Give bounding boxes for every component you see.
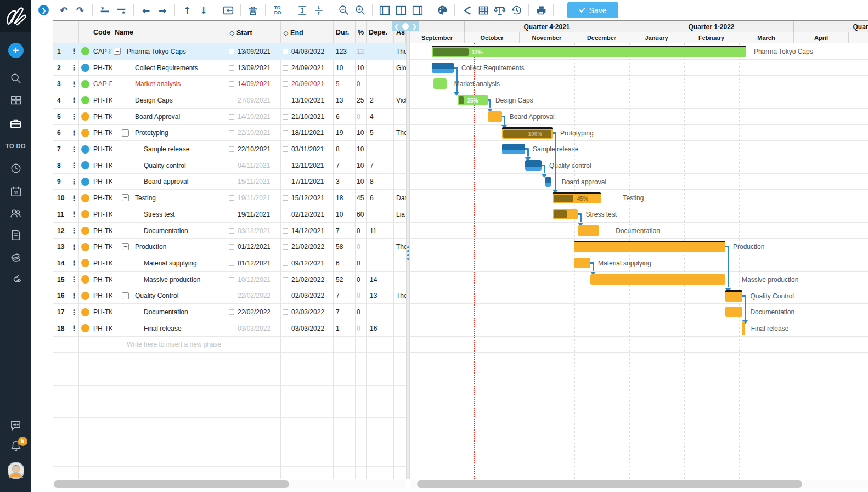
task-name[interactable]: Documentation [112, 304, 227, 320]
task-dependency[interactable] [367, 141, 394, 157]
collapse-toggle-icon[interactable]: − [122, 194, 129, 201]
tools-icon[interactable] [0, 270, 31, 290]
status-dot[interactable] [81, 145, 89, 154]
status-dot[interactable] [81, 129, 89, 137]
start-milestone-checkbox[interactable] [229, 293, 234, 298]
start-milestone-checkbox[interactable] [229, 326, 234, 331]
task-end-date[interactable]: 03/03/2022 [281, 320, 334, 337]
row-menu-icon[interactable]: ⋮ [69, 174, 79, 190]
timescale-widget[interactable]: ❮ ❯ [392, 21, 419, 31]
task-duration[interactable]: 10 [334, 206, 356, 223]
end-milestone-checkbox[interactable] [283, 244, 288, 250]
task-code[interactable]: PH-TK- [91, 125, 112, 142]
task-dependency[interactable]: 14 [367, 272, 394, 288]
status-indicator[interactable] [79, 239, 91, 255]
insert-task-icon[interactable] [221, 2, 235, 19]
row-menu-icon[interactable]: ⋮ [69, 76, 79, 92]
task-progress[interactable]: 10 [356, 60, 367, 76]
task-dependency[interactable]: 13 [367, 288, 394, 304]
task-code[interactable]: PH-TK- [91, 174, 112, 190]
task-end-date[interactable]: 15/12/2021 [281, 190, 334, 206]
scroll-left-icon[interactable]: ❮ [394, 22, 399, 30]
task-dependency[interactable] [367, 304, 394, 320]
table-row[interactable]: 5⋮PH-TK-Board Approval14/10/202121/10/20… [53, 109, 406, 125]
row-menu-icon[interactable]: ⋮ [69, 239, 79, 255]
dashboard-icon[interactable] [0, 91, 31, 111]
status-dot[interactable] [81, 178, 89, 186]
task-end-date[interactable]: 13/10/2021 [281, 92, 334, 109]
table-row[interactable]: 1⋮CAP-PH−Pharma Tokyo Caps13/09/202104/0… [53, 43, 406, 60]
status-indicator[interactable] [79, 320, 91, 337]
task-start-date[interactable]: 13/09/2021 [227, 43, 281, 60]
task-code[interactable]: PH-TK- [91, 288, 112, 304]
task-dependency[interactable] [367, 60, 394, 76]
row-menu-icon[interactable]: ⋮ [69, 92, 79, 109]
task-duration[interactable]: 19 [334, 125, 356, 142]
status-dot[interactable] [81, 308, 89, 316]
grid-gantt-splitter[interactable] [406, 21, 410, 479]
gantt-bar-13[interactable] [574, 241, 725, 252]
task-progress[interactable]: 0 [356, 109, 367, 125]
task-dependency[interactable]: 5 [367, 125, 394, 142]
task-end-date[interactable]: 03/11/2021 [281, 141, 334, 157]
task-duration[interactable]: 6 [334, 255, 356, 272]
layout-split-icon[interactable] [394, 2, 408, 19]
task-duration[interactable]: 13 [334, 92, 356, 109]
shift-task-up-level-icon[interactable] [98, 2, 112, 19]
start-milestone-checkbox[interactable] [229, 49, 234, 54]
avatar[interactable] [0, 461, 31, 480]
task-name[interactable]: Board approval [112, 174, 227, 190]
task-name[interactable]: Final release [112, 320, 227, 337]
task-code[interactable]: PH-TK- [91, 272, 112, 288]
row-menu-icon[interactable]: ⋮ [69, 190, 79, 206]
task-code[interactable]: PH-TK- [91, 141, 112, 157]
task-name[interactable]: Market analysis [112, 76, 227, 92]
costs-icon[interactable] [0, 248, 31, 268]
task-progress[interactable]: 10 [356, 141, 367, 157]
status-dot[interactable] [81, 80, 89, 88]
task-duration[interactable]: 8 [334, 141, 356, 157]
table-row[interactable]: 3⋮CAP-PHMarket analysis14/09/202120/09/2… [53, 76, 406, 92]
status-indicator[interactable] [79, 288, 91, 304]
task-dependency[interactable]: 4 [367, 109, 394, 125]
task-dependency[interactable]: 8 [367, 174, 394, 190]
task-progress[interactable]: 0 [356, 304, 367, 320]
status-indicator[interactable] [79, 174, 91, 190]
task-duration[interactable]: 18 [334, 190, 356, 206]
task-progress[interactable]: 10 [356, 125, 367, 142]
task-name[interactable]: Sample release [112, 141, 227, 157]
todo-nav-item[interactable]: TO DO [0, 136, 31, 156]
task-name[interactable]: Stress test [112, 206, 227, 223]
collapse-all-icon[interactable] [312, 2, 326, 19]
end-milestone-checkbox[interactable] [283, 195, 288, 201]
table-row[interactable]: 2⋮PH-TK-Collect Requirements13/09/202124… [53, 60, 406, 76]
row-menu-icon[interactable]: ⋮ [69, 255, 79, 272]
table-row[interactable]: 9⋮PH-TK-Board approval15/11/202117/11/20… [53, 174, 406, 190]
task-progress[interactable]: 25 [356, 92, 367, 109]
end-milestone-checkbox[interactable] [283, 49, 288, 54]
start-milestone-checkbox[interactable] [229, 130, 234, 135]
move-down-icon[interactable]: ↓ [196, 2, 211, 19]
table-row[interactable]: 4⋮PH-TK-Design Caps27/09/202113/10/20211… [53, 92, 406, 109]
projects-icon[interactable] [0, 114, 31, 133]
status-indicator[interactable] [79, 125, 91, 142]
task-start-date[interactable]: 14/09/2021 [227, 76, 281, 92]
end-milestone-checkbox[interactable] [283, 261, 288, 266]
task-duration[interactable]: 10 [334, 60, 356, 76]
workload-icon[interactable] [493, 2, 507, 19]
task-code[interactable]: PH-TK- [91, 190, 112, 206]
task-progress[interactable]: 0 [356, 255, 367, 272]
task-dependency[interactable] [367, 43, 394, 60]
status-indicator[interactable] [79, 92, 91, 109]
task-progress[interactable]: 0 [356, 239, 367, 255]
task-start-date[interactable]: 01/12/2021 [227, 239, 281, 255]
status-dot[interactable] [81, 210, 89, 218]
table-row[interactable]: 16⋮PH-TK-−Quality Control22/02/202202/03… [53, 288, 406, 304]
task-start-date[interactable]: 10/12/2021 [227, 272, 281, 288]
task-duration[interactable]: 6 [334, 109, 356, 125]
end-milestone-checkbox[interactable] [283, 81, 288, 87]
task-end-date[interactable]: 02/12/2021 [281, 206, 334, 223]
status-dot[interactable] [81, 292, 89, 300]
splitter-handle-icon[interactable] [407, 245, 409, 262]
gantt-bar-16[interactable] [725, 290, 742, 302]
